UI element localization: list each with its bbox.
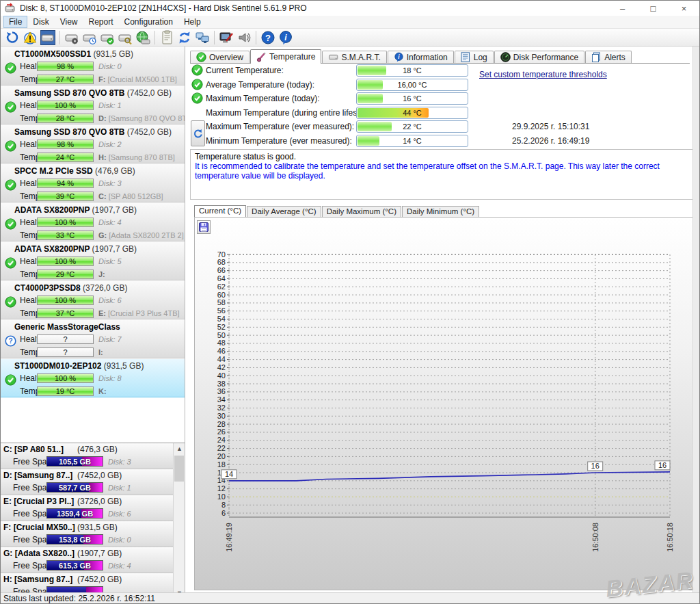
info-button[interactable]: i — [277, 29, 295, 46]
svg-text:44: 44 — [217, 355, 226, 363]
subtab-daily-maximum-c[interactable]: Daily Maximum (°C) — [322, 206, 401, 217]
temperature-value-bar: 18 °C — [356, 64, 468, 77]
disk-entry[interactable]: ADATA SX8200PNP (1907,7 GB)Health:100 %D… — [1, 202, 185, 241]
disk-overview-button[interactable] — [39, 29, 57, 46]
partition-entry[interactable]: F: [Crucial MX50..](931,5 GB)Free Space1… — [1, 521, 173, 547]
scroll-up-icon[interactable]: ▲ — [174, 443, 185, 455]
disk-check-button[interactable] — [98, 29, 116, 46]
disk-size: (1907,7 GB) — [92, 205, 137, 215]
tab-label: Alerts — [604, 53, 625, 62]
minimize-button[interactable]: – — [607, 1, 638, 16]
partition-entry[interactable]: D: [Samsung 87..](7452,0 GB)Free Space58… — [1, 469, 173, 495]
disk-search-button[interactable] — [116, 29, 134, 46]
temperature-row: Average Temperature (today):16,00 °C — [185, 79, 699, 92]
set-thresholds-link[interactable]: Set custom temperature thresholds — [479, 70, 607, 79]
partition-list: C: [SP A80 51..](476,3 GB)Free Space105,… — [1, 443, 185, 592]
tab-alerts[interactable]: Alerts — [585, 51, 632, 63]
disk-name: Generic MassStorageClass — [14, 322, 120, 332]
scrollbar-thumb[interactable] — [174, 456, 184, 482]
partition-entry[interactable]: G: [Adata SX820..](1907,7 GB)Free Space6… — [1, 547, 173, 573]
left-panel: CT1000MX500SSD1 (931,5 GB)Health:98 %Dis… — [1, 47, 185, 592]
temp-value: 19 °C — [38, 387, 93, 395]
subtab-daily-average-c[interactable]: Daily Average (°C) — [247, 206, 321, 217]
disk-ok-icon — [5, 257, 16, 269]
status-bar: Status last updated: 25.2.2026 r. 16:52:… — [1, 592, 699, 603]
subtab-daily-minimum-c[interactable]: Daily Minimum (°C) — [402, 206, 479, 217]
menu-view[interactable]: View — [55, 16, 83, 28]
disk-entry[interactable]: Samsung SSD 870 QVO 8TB (7452,0 GB)Healt… — [1, 124, 185, 163]
disk-entry[interactable]: ADATA SX8200PNP (1907,7 GB)Health:100 %D… — [1, 241, 185, 280]
maximize-button[interactable]: □ — [638, 1, 669, 16]
menu-help[interactable]: Help — [178, 16, 206, 28]
gauge-icon — [500, 52, 511, 62]
disk-name: Samsung SSD 870 QVO 8TB (7452,0 GB) — [14, 127, 172, 137]
health-value: 94 % — [38, 179, 93, 187]
menu-report[interactable]: Report — [83, 16, 118, 28]
tab-log[interactable]: Log — [455, 51, 494, 63]
temperature-value-bar: 22 °C — [356, 120, 468, 133]
disk-volume: I: — [98, 348, 103, 356]
disk-number: Disk: 3 — [98, 179, 122, 187]
tab-information[interactable]: iInformation — [388, 51, 454, 63]
svg-text:?: ? — [8, 337, 12, 345]
disk-name: SPCC M.2 PCIe SSD (476,9 GB) — [14, 166, 135, 176]
disk-size: (931,5 GB) — [104, 361, 144, 371]
disk-entry[interactable]: Generic MassStorageClass ?Health:?Disk: … — [1, 319, 185, 358]
help-button[interactable]: ? — [259, 29, 277, 46]
partition-name: G: [Adata SX820..] — [3, 549, 75, 558]
temperature-value-bar: 16,00 °C — [356, 79, 468, 91]
disk-entry[interactable]: CT1000MX500SSD1 (931,5 GB)Health:98 %Dis… — [1, 47, 185, 86]
disk-gear-button[interactable] — [63, 29, 81, 46]
disk-entry[interactable]: Samsung SSD 870 QVO 8TB (7452,0 GB)Healt… — [1, 86, 185, 124]
tab-label: Information — [407, 53, 448, 62]
disk-ok-icon — [5, 296, 16, 308]
refresh-button[interactable] — [3, 29, 21, 46]
disk-number: Disk: 1 — [98, 101, 122, 109]
menu-disk[interactable]: Disk — [27, 16, 54, 28]
disk-size: (7452,0 GB) — [127, 127, 172, 137]
partition-entry[interactable]: C: [SP A80 51..](476,3 GB)Free Space105,… — [1, 443, 173, 469]
free-space-bar: 1359,4 GB — [46, 508, 103, 518]
globe-disk-button[interactable] — [134, 29, 152, 46]
close-button[interactable]: × — [669, 1, 699, 16]
window-title: Disk: 8, ST1000DM010-2EP102 [ZN1H4CXS] -… — [20, 3, 307, 13]
partition-scrollbar[interactable]: ▲ ▼ — [173, 443, 185, 592]
sync-button[interactable] — [176, 29, 193, 46]
scroll-down-icon[interactable]: ▼ — [174, 588, 185, 592]
tab-temperature[interactable]: Temperature — [250, 49, 321, 64]
network-button[interactable] — [193, 29, 211, 46]
disk-clock-button[interactable] — [81, 29, 98, 46]
menu-configuration[interactable]: Configuration — [119, 16, 178, 28]
warning-button[interactable] — [21, 29, 39, 46]
disk-entry[interactable]: ST1000DM010-2EP102 (931,5 GB)Health:100 … — [1, 358, 185, 397]
temperature-section: Current Temperature:18 °CAverage Tempera… — [185, 64, 699, 149]
tab-disk-performance[interactable]: Disk Performance — [494, 51, 584, 63]
tab-s-m-a-r-t[interactable]: S.M.A.R.T. — [322, 51, 386, 63]
disk-size: (3726,0 GB) — [83, 283, 127, 293]
temperature-row: Minimum Temperature (ever measured):14 °… — [185, 135, 699, 148]
health-bar: ? — [37, 334, 94, 344]
remote-monitor-button[interactable] — [217, 29, 235, 46]
temp-bar: 33 °C — [37, 231, 94, 240]
disk-number: Disk: 5 — [98, 257, 122, 265]
partition-size: (3726,0 GB) — [77, 497, 122, 506]
menu-file[interactable]: File — [3, 16, 27, 28]
disk-entry[interactable]: CT4000P3PSSD8 (3726,0 GB)Health:100 %Dis… — [1, 280, 185, 319]
partition-entry[interactable]: E: [Crucial P3 Pl..](3726,0 GB)Free Spac… — [1, 495, 173, 521]
disk-volume: J: — [98, 270, 105, 278]
partition-size: (1907,7 GB) — [77, 549, 122, 558]
speaker-button[interactable] — [235, 29, 253, 46]
temperature-value-bar: 16 °C — [356, 92, 468, 105]
toolbar: ?i — [1, 29, 699, 47]
tab-overview[interactable]: Overview — [190, 51, 250, 63]
svg-text:68: 68 — [217, 258, 226, 266]
tab-label: Disk Performance — [513, 53, 578, 62]
temperature-value-bar: 44 °C — [356, 107, 468, 119]
disk-entry[interactable]: SPCC M.2 PCIe SSD (476,9 GB)Health:94 %D… — [1, 163, 185, 202]
partition-entry[interactable]: H: [Samsung 87..](7452,0 GB)Free Space — [1, 573, 173, 592]
subtab-current-c[interactable]: Current (°C) — [194, 205, 246, 218]
smart-disk-icon — [328, 52, 338, 62]
report-button[interactable] — [158, 29, 176, 46]
toolbar-separator — [59, 31, 60, 44]
temp-value: 27 °C — [38, 75, 93, 83]
